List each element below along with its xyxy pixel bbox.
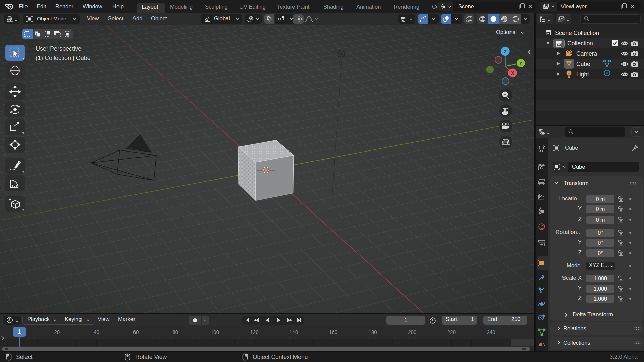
svg-text:X: X <box>511 70 514 76</box>
svg-text:100: 100 <box>211 329 219 335</box>
svg-text:20: 20 <box>54 329 60 335</box>
svg-text:Y: Y <box>519 61 523 66</box>
svg-text:Z: Z <box>504 49 507 54</box>
svg-text:60: 60 <box>133 329 139 335</box>
svg-text:220: 220 <box>447 329 456 335</box>
svg-text:120: 120 <box>250 329 259 335</box>
svg-text:140: 140 <box>289 329 298 335</box>
svg-text:240: 240 <box>487 329 495 335</box>
svg-text:40: 40 <box>94 329 99 335</box>
svg-text:200: 200 <box>408 329 416 335</box>
svg-text:80: 80 <box>172 329 178 335</box>
svg-text:180: 180 <box>369 329 377 335</box>
svg-text:160: 160 <box>329 329 337 335</box>
